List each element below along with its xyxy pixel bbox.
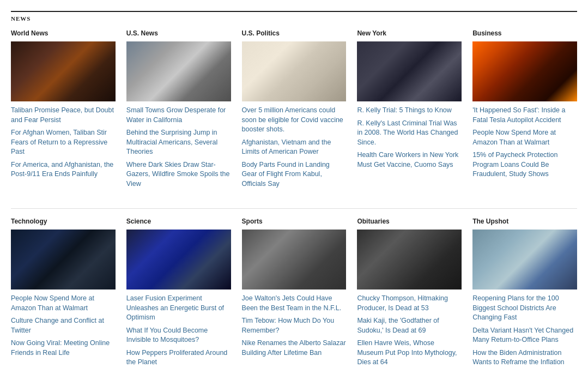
section-world-news: World NewsTaliban Promise Peace, but Dou… (11, 29, 116, 192)
article-link-us-news-2[interactable]: Where Dark Skies Draw Star-Gazers, Wildf… (126, 160, 231, 189)
article-link-business-1[interactable]: People Now Spend More at Amazon Than at … (472, 128, 577, 147)
section-title-upshot: The Upshot (472, 218, 577, 225)
article-link-world-news-0[interactable]: Taliban Promise Peace, but Doubt and Fea… (11, 106, 116, 125)
section-image-world-news (11, 41, 116, 101)
section-image-obituaries (357, 230, 462, 289)
article-link-sports-1[interactable]: Tim Tebow: How Much Do You Remember? (242, 316, 347, 335)
section-image-business (472, 41, 577, 101)
section-image-us-politics (242, 41, 347, 101)
article-link-obituaries-0[interactable]: Chucky Thompson, Hitmaking Producer, Is … (357, 294, 462, 313)
article-link-world-news-1[interactable]: For Afghan Women, Taliban Stir Fears of … (11, 128, 116, 157)
article-link-us-news-1[interactable]: Behind the Surprising Jump in Multiracia… (126, 128, 231, 157)
article-link-upshot-1[interactable]: Delta Variant Hasn't Yet Changed Many Re… (472, 326, 577, 345)
section-title-sports: Sports (242, 218, 347, 225)
article-link-science-2[interactable]: How Peppers Proliferated Around the Plan… (126, 348, 231, 367)
section-title-technology: Technology (11, 218, 116, 225)
article-link-upshot-2[interactable]: How the Biden Administration Wants to Re… (472, 348, 577, 369)
section-image-sports (242, 230, 347, 289)
row2-grid: TechnologyPeople Now Spend More at Amazo… (11, 218, 577, 368)
article-link-new-york-2[interactable]: Health Care Workers in New York Must Get… (357, 150, 462, 170)
section-us-news: U.S. NewsSmall Towns Grow Desperate for … (126, 29, 231, 192)
article-link-new-york-1[interactable]: R. Kelly's Last Criminal Trial Was in 20… (357, 119, 462, 148)
article-link-us-politics-1[interactable]: Afghanistan, Vietnam and the Limits of A… (242, 138, 347, 157)
section-image-upshot (472, 230, 577, 289)
section-title-science: Science (126, 218, 231, 225)
section-divider (11, 208, 577, 209)
article-link-us-politics-2[interactable]: Body Parts Found in Landing Gear of Flig… (242, 160, 347, 189)
article-link-obituaries-2[interactable]: Ellen Havre Weis, Whose Museum Put Pop I… (357, 339, 462, 367)
article-link-us-politics-0[interactable]: Over 5 million Americans could soon be e… (242, 106, 347, 135)
section-technology: TechnologyPeople Now Spend More at Amazo… (11, 218, 116, 368)
section-title-new-york: New York (357, 29, 462, 37)
article-link-business-0[interactable]: 'It Happened So Fast': Inside a Fatal Te… (472, 106, 577, 125)
section-upshot: The UpshotReopening Plans for the 100 Bi… (472, 218, 577, 368)
article-link-technology-0[interactable]: People Now Spend More at Amazon Than at … (11, 294, 116, 313)
section-new-york: New YorkR. Kelly Trial: 5 Things to Know… (357, 29, 462, 192)
section-us-politics: U.S. PoliticsOver 5 million Americans co… (242, 29, 347, 192)
section-title-business: Business (472, 29, 577, 37)
article-link-obituaries-1[interactable]: Maki Kaji, the 'Godfather of Sudoku,' Is… (357, 316, 462, 335)
article-link-science-1[interactable]: What If You Could Become Invisible to Mo… (126, 326, 231, 345)
article-link-technology-1[interactable]: Culture Change and Conflict at Twitter (11, 316, 116, 335)
article-link-us-news-0[interactable]: Small Towns Grow Desperate for Water in … (126, 106, 231, 125)
article-link-business-2[interactable]: 15% of Paycheck Protection Program Loans… (472, 150, 577, 179)
section-image-technology (11, 230, 116, 289)
section-title-world-news: World News (11, 29, 116, 37)
article-link-science-0[interactable]: Laser Fusion Experiment Unleashes an Ene… (126, 294, 231, 323)
section-sports: SportsJoe Walton's Jets Could Have Been … (242, 218, 347, 368)
section-business: Business'It Happened So Fast': Inside a … (472, 29, 577, 192)
article-link-sports-2[interactable]: Nike Renames the Alberto Salazar Buildin… (242, 339, 347, 358)
news-section-header: NEWS (11, 11, 577, 22)
section-image-us-news (126, 41, 231, 101)
section-title-us-politics: U.S. Politics (242, 29, 347, 37)
section-image-new-york (357, 41, 462, 101)
section-obituaries: ObituariesChucky Thompson, Hitmaking Pro… (357, 218, 462, 368)
section-image-science (126, 230, 231, 289)
article-link-technology-2[interactable]: Now Going Viral: Meeting Online Friends … (11, 339, 116, 358)
section-title-obituaries: Obituaries (357, 218, 462, 225)
article-link-world-news-2[interactable]: For America, and Afghanistan, the Post-9… (11, 160, 116, 179)
section-science: ScienceLaser Fusion Experiment Unleashes… (126, 218, 231, 368)
section-title-us-news: U.S. News (126, 29, 231, 37)
article-link-new-york-0[interactable]: R. Kelly Trial: 5 Things to Know (357, 106, 462, 116)
article-link-sports-0[interactable]: Joe Walton's Jets Could Have Been the Be… (242, 294, 347, 313)
article-link-upshot-0[interactable]: Reopening Plans for the 100 Biggest Scho… (472, 294, 577, 323)
row1-grid: World NewsTaliban Promise Peace, but Dou… (11, 29, 577, 192)
